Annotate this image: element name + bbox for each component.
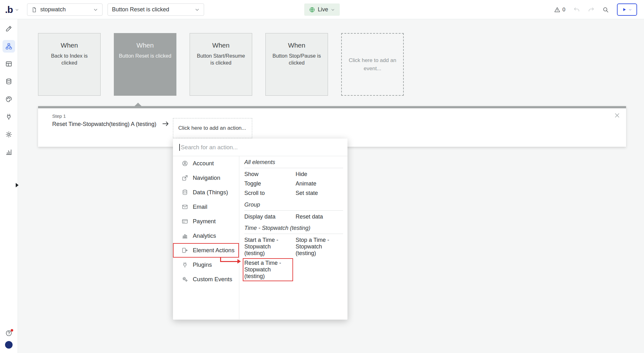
events-row: WhenBack to Index is clickedWhenButton R…: [38, 33, 404, 96]
action-category-email[interactable]: Email: [173, 200, 239, 214]
category-label: Payment: [193, 218, 216, 225]
action-item-scroll-to[interactable]: Scroll to: [244, 190, 291, 196]
action-menu-body: AccountNavigationData (Things)EmailPayme…: [173, 156, 347, 319]
sidebar-item-responsive[interactable]: [3, 58, 15, 70]
event-card-subtitle: Button Reset is clicked: [114, 52, 176, 59]
search-button[interactable]: [602, 7, 609, 13]
database-icon: [182, 189, 188, 196]
event-card[interactable]: WhenButton Stop/Pause is clicked: [265, 33, 328, 96]
action-category-navigation[interactable]: Navigation: [173, 171, 239, 185]
action-section-header: Group: [244, 200, 343, 211]
category-label: Data (Things): [193, 189, 228, 196]
sidebar-expand-handle[interactable]: [16, 183, 19, 187]
layout-icon: [5, 60, 12, 67]
action-item-animate[interactable]: Animate: [296, 180, 343, 187]
category-label: Plugins: [193, 261, 212, 268]
sidebar-item-workflow[interactable]: [3, 40, 15, 53]
event-card-subtitle: Button Start/Resume is clicked: [190, 52, 252, 66]
action-item-hide[interactable]: Hide: [296, 171, 343, 178]
action-item-reset-data[interactable]: Reset data: [296, 214, 343, 220]
category-label: Email: [193, 203, 207, 210]
action-item-toggle[interactable]: Toggle: [244, 180, 291, 187]
plug-icon: [5, 113, 12, 120]
action-menu: Search for an action... AccountNavigatio…: [173, 139, 347, 320]
add-action-box[interactable]: Click here to add an action...: [173, 118, 252, 138]
add-event-label: Click here to add an event...: [342, 56, 403, 72]
annotation-arrowhead: [237, 259, 241, 264]
action-item-stop-a-time-stopwatch-testing[interactable]: Stop a Time - Stopwatch (testing): [296, 237, 343, 257]
action-category-account[interactable]: Account: [173, 156, 239, 171]
action-item-set-state[interactable]: Set state: [296, 190, 343, 196]
live-version-badge[interactable]: Live: [304, 3, 340, 16]
category-label: Account: [193, 160, 214, 167]
action-item-reset-a-time-stopwatch-testing[interactable]: Reset a Time - Stopwatch (testing): [244, 260, 291, 280]
action-section-header: Time - Stopwatch (testing): [244, 223, 343, 234]
annotation-arrow-horizontal: [220, 261, 238, 262]
bubble-logo[interactable]: .b: [5, 0, 19, 19]
action-category-element-actions[interactable]: Element Actions: [173, 243, 239, 258]
redo-button[interactable]: [588, 7, 594, 13]
panel-pointer: [135, 103, 142, 106]
account-icon: [182, 160, 188, 167]
play-icon: [622, 7, 627, 12]
chevron-down-icon: [15, 8, 19, 12]
pencil-icon: [5, 25, 12, 32]
action-menu-categories: AccountNavigationData (Things)EmailPayme…: [173, 156, 239, 319]
category-label: Analytics: [193, 232, 216, 239]
action-category-plugins[interactable]: Plugins: [173, 258, 239, 272]
help-button[interactable]: [5, 330, 12, 337]
undo-button[interactable]: [574, 7, 580, 13]
navigation-icon: [182, 175, 188, 181]
sidebar-item-settings[interactable]: [3, 128, 15, 141]
action-category-payment[interactable]: Payment: [173, 214, 239, 229]
search-placeholder: Search for an action...: [181, 144, 238, 151]
card-icon: [182, 218, 188, 225]
gear-icon: [5, 131, 12, 138]
sidebar-item-styles[interactable]: [3, 93, 15, 105]
avatar[interactable]: [5, 341, 13, 349]
globe-icon: [309, 7, 315, 13]
issues-indicator[interactable]: 0: [554, 7, 565, 13]
action-item-display-data[interactable]: Display data: [244, 214, 291, 220]
search-icon: [602, 7, 609, 13]
event-selector[interactable]: Button Reset is clicked: [108, 3, 204, 16]
undo-icon: [574, 7, 580, 13]
event-card[interactable]: WhenBack to Index is clicked: [38, 33, 101, 96]
page-selector-value: stopwatch: [40, 6, 66, 13]
chart-icon: [5, 149, 12, 156]
event-card-title: When: [114, 42, 176, 49]
sidebar-item-plugins[interactable]: [3, 111, 15, 123]
action-category-custom-events[interactable]: Custom Events: [173, 272, 239, 287]
action-category-analytics[interactable]: Analytics: [173, 229, 239, 243]
workflow-canvas: WhenBack to Index is clickedWhenButton R…: [18, 19, 644, 353]
add-event-card[interactable]: Click here to add an event...: [341, 33, 404, 96]
event-card-title: When: [38, 42, 100, 49]
action-category-data-things[interactable]: Data (Things): [173, 185, 239, 200]
sidebar-nav: [0, 19, 18, 158]
sidebar: [0, 19, 18, 353]
redo-icon: [588, 7, 594, 13]
chevron-down-icon: [331, 8, 335, 12]
plug-icon: [182, 262, 188, 268]
event-card[interactable]: WhenButton Reset is clicked: [114, 33, 176, 96]
event-card-title: When: [266, 42, 328, 49]
sidebar-item-design[interactable]: [3, 22, 15, 35]
event-card-subtitle: Back to Index is clicked: [38, 52, 100, 66]
action-item-show[interactable]: Show: [244, 171, 291, 178]
chevron-down-icon: [195, 7, 200, 12]
preview-button[interactable]: [617, 3, 637, 16]
action-item-start-a-time-stopwatch-testing[interactable]: Start a Time - Stopwatch (testing): [244, 237, 291, 257]
event-card-subtitle: Button Stop/Pause is clicked: [266, 52, 328, 66]
step-title[interactable]: Reset Time-Stopwatch(testing) A (testing…: [52, 121, 156, 128]
gears-icon: [182, 276, 188, 282]
category-label: Custom Events: [193, 276, 232, 283]
sidebar-item-logs[interactable]: [3, 146, 15, 158]
event-card[interactable]: WhenButton Start/Resume is clicked: [190, 33, 252, 96]
topbar-actions: 0: [554, 0, 637, 19]
page-selector[interactable]: stopwatch: [27, 3, 103, 16]
close-icon[interactable]: [614, 112, 620, 119]
workflow-icon: [5, 43, 12, 50]
action-search-input[interactable]: Search for an action...: [173, 139, 347, 156]
sidebar-item-data[interactable]: [3, 75, 15, 88]
palette-icon: [5, 96, 12, 103]
